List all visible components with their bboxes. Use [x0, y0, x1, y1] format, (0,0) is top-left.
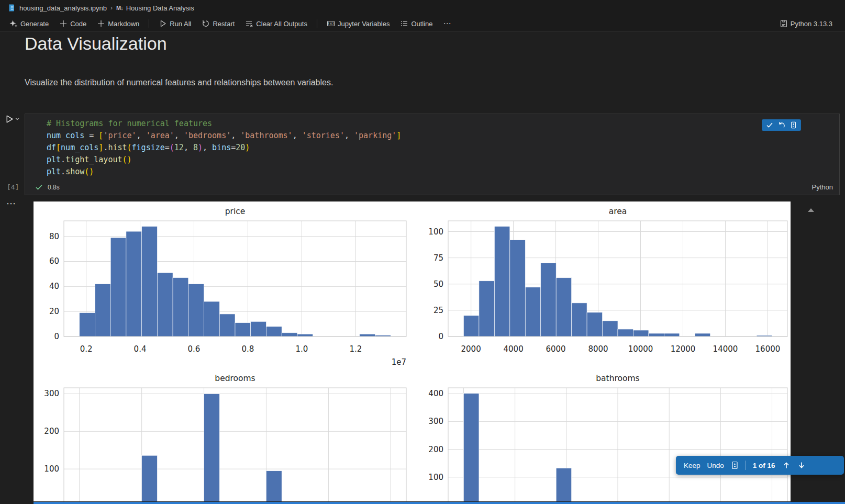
svg-text:25: 25 — [433, 306, 443, 315]
svg-text:2000: 2000 — [461, 344, 481, 354]
histogram-bedrooms: bedrooms0100200300 — [34, 369, 422, 501]
svg-text:bedrooms: bedrooms — [215, 374, 255, 383]
histogram-price: price0204060800.20.40.60.81.01.21e7 — [34, 202, 422, 368]
svg-text:400: 400 — [428, 389, 443, 398]
diff-file-icon[interactable] — [790, 121, 797, 129]
restart-icon — [202, 19, 210, 28]
keep-button[interactable]: Keep — [684, 462, 701, 469]
code-cell: # Histograms for numerical featuresnum_c… — [25, 114, 840, 195]
svg-text:10000: 10000 — [628, 344, 653, 354]
diff-file-icon[interactable] — [731, 461, 739, 469]
svg-text:75: 75 — [433, 253, 443, 263]
svg-text:1.2: 1.2 — [349, 344, 362, 354]
play-icon — [159, 19, 167, 28]
clear-outputs-label: Clear All Outputs — [256, 20, 307, 28]
svg-text:area: area — [609, 207, 627, 216]
outline-button[interactable]: Outline — [396, 18, 437, 29]
more-actions-button[interactable]: ⋯ — [439, 17, 456, 30]
markdown-heading: Data Visualization — [25, 33, 167, 54]
svg-text:50: 50 — [433, 279, 443, 289]
sparkle-icon — [9, 19, 18, 28]
chevron-down-icon — [15, 114, 20, 124]
variables-icon: (x) — [327, 19, 335, 28]
cell-editor[interactable]: # Histograms for numerical featuresnum_c… — [25, 114, 839, 178]
cell-language-picker[interactable]: Python — [812, 183, 833, 191]
accept-check-icon[interactable] — [766, 121, 773, 129]
svg-text:300: 300 — [428, 417, 443, 426]
notebook-file-icon — [7, 4, 16, 12]
svg-text:0.2: 0.2 — [80, 344, 93, 354]
plus-icon — [59, 19, 68, 28]
clear-outputs-button[interactable]: Clear All Outputs — [241, 18, 312, 29]
arrow-down-icon[interactable] — [797, 461, 806, 469]
undo-button[interactable]: Undo — [707, 462, 724, 469]
inline-edit-toolbar: Keep Undo 1 of 16 — [676, 456, 844, 475]
code-line: plt.tight_layout() — [47, 154, 839, 166]
run-all-button[interactable]: Run All — [154, 18, 195, 29]
jupyter-variables-label: Jupyter Variables — [338, 20, 390, 28]
collapse-output-icon[interactable] — [808, 208, 814, 212]
svg-text:6000: 6000 — [546, 344, 565, 354]
outline-icon — [400, 19, 408, 28]
markdown-cell-icon: M↓ — [116, 5, 123, 11]
svg-text:0: 0 — [54, 332, 59, 341]
svg-text:0: 0 — [438, 332, 443, 341]
notebook-focus-border — [34, 502, 845, 504]
svg-text:0.6: 0.6 — [188, 344, 201, 354]
add-markdown-label: Markdown — [108, 20, 139, 28]
add-markdown-button[interactable]: Markdown — [93, 18, 143, 29]
svg-text:100: 100 — [428, 227, 443, 237]
run-all-label: Run All — [170, 20, 191, 28]
execution-count: [4] — [7, 183, 19, 191]
svg-text:1e7: 1e7 — [392, 357, 406, 367]
svg-text:60: 60 — [49, 256, 59, 266]
svg-text:200: 200 — [428, 445, 443, 454]
add-code-label: Code — [70, 20, 86, 28]
plus-icon — [97, 19, 105, 28]
svg-text:20: 20 — [49, 307, 59, 316]
restart-button[interactable]: Restart — [197, 18, 239, 29]
cell-status-bar: 0.8s Python — [25, 180, 839, 195]
kernel-picker[interactable]: Python 3.13.3 — [775, 18, 837, 29]
add-code-button[interactable]: Code — [55, 18, 91, 29]
edit-counter: 1 of 16 — [753, 462, 775, 469]
generate-label: Generate — [20, 20, 49, 28]
markdown-paragraph: Visualize the distribution of numerical … — [25, 78, 333, 87]
svg-text:0.8: 0.8 — [242, 344, 254, 354]
code-line: # Histograms for numerical features — [47, 118, 839, 130]
run-cell-button[interactable] — [4, 114, 20, 124]
svg-text:100: 100 — [428, 473, 443, 482]
toolbar-divider — [149, 19, 149, 28]
arrow-up-icon[interactable] — [782, 461, 791, 469]
execution-time: 0.8s — [48, 184, 60, 191]
ai-edit-badge — [762, 119, 801, 131]
breadcrumb: housing_data_analysis.ipynb › M↓ Housing… — [0, 0, 845, 16]
svg-text:8000: 8000 — [588, 344, 608, 354]
svg-text:80: 80 — [49, 232, 59, 241]
play-icon — [4, 114, 14, 124]
code-line: df[num_cols].hist(figsize=(12, 8), bins=… — [47, 142, 839, 154]
svg-text:14000: 14000 — [713, 344, 738, 354]
generate-button[interactable]: Generate — [5, 18, 53, 29]
histogram-area: area025507510020004000600080001000012000… — [414, 202, 791, 368]
svg-text:price: price — [225, 207, 246, 216]
kernel-label: Python 3.13.3 — [791, 20, 832, 28]
toolbar-divider — [746, 461, 746, 470]
histogram-bathrooms: bathrooms0100200300400 — [414, 369, 791, 501]
breadcrumb-section-label: Housing Data Analysis — [126, 4, 194, 12]
breadcrumb-file[interactable]: housing_data_analysis.ipynb — [19, 4, 107, 12]
svg-text:(x): (x) — [328, 21, 335, 26]
svg-text:12000: 12000 — [671, 344, 696, 354]
breadcrumb-separator-icon: › — [110, 4, 113, 12]
code-line: num_cols = ['price', 'area', 'bedrooms',… — [47, 130, 839, 142]
svg-text:bathrooms: bathrooms — [596, 374, 639, 383]
discard-undo-icon[interactable] — [778, 121, 785, 129]
success-check-icon — [35, 183, 43, 191]
output-more-actions-button[interactable]: ⋯ — [6, 198, 16, 209]
clear-all-icon — [245, 19, 253, 28]
svg-text:4000: 4000 — [504, 344, 524, 354]
restart-label: Restart — [213, 20, 235, 28]
jupyter-variables-button[interactable]: (x) Jupyter Variables — [323, 18, 394, 29]
kernel-icon — [780, 19, 788, 28]
breadcrumb-section[interactable]: M↓ Housing Data Analysis — [116, 4, 194, 12]
